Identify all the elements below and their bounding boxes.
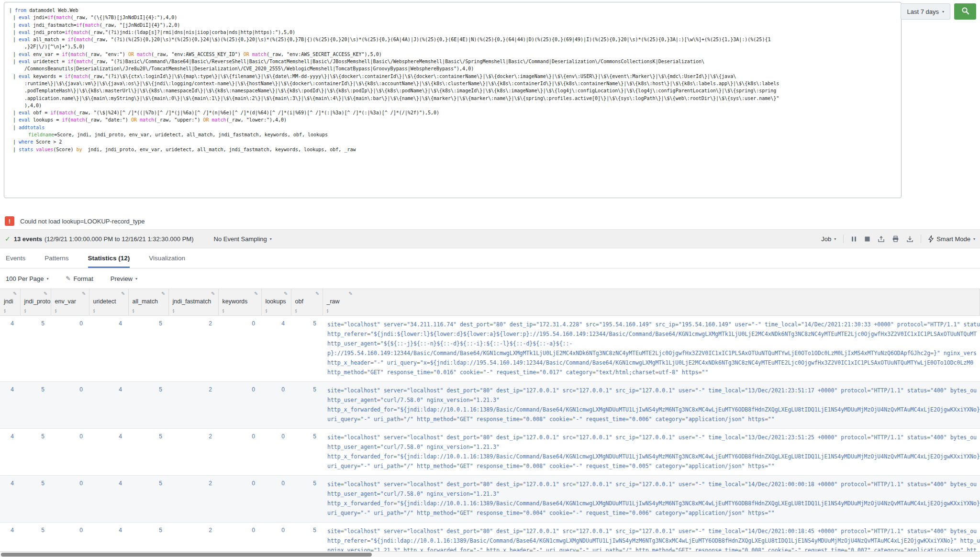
sort-icon[interactable]: ▴▾: [133, 308, 134, 313]
stat-cell[interactable]: 0: [51, 476, 89, 523]
sort-icon[interactable]: ▴▾: [93, 308, 95, 313]
stat-cell[interactable]: 2: [168, 316, 218, 382]
divider: [921, 234, 921, 243]
raw-line: p}://195.54.160.149:12344/Basic/Command/…: [327, 348, 980, 358]
stop-button[interactable]: [864, 236, 870, 242]
column-header-lookups[interactable]: ✎lookups▴▾: [261, 289, 291, 316]
tab-statistics-12[interactable]: Statistics (12): [88, 248, 130, 268]
stat-cell[interactable]: 4: [0, 382, 20, 429]
scrollbar-thumb[interactable]: [1, 553, 372, 557]
sort-icon[interactable]: ▴▾: [4, 308, 5, 313]
sort-icon[interactable]: ▴▾: [55, 308, 56, 313]
stat-cell[interactable]: 2: [168, 476, 218, 523]
stat-cell[interactable]: 5: [291, 316, 323, 382]
format-button[interactable]: ✎ Format: [66, 275, 93, 282]
query-line: ),4,0): [9, 102, 896, 109]
stat-cell[interactable]: 5: [128, 316, 168, 382]
column-header-uridetect[interactable]: ✎uridetect▴▾: [89, 289, 128, 316]
pencil-icon[interactable]: ✎: [254, 291, 258, 296]
share-button[interactable]: [878, 235, 885, 243]
query-line: /CommonsBeanutils|Deserialization\/Jre8u…: [9, 65, 896, 72]
pencil-icon[interactable]: ✎: [349, 291, 353, 296]
column-label: env_var: [55, 298, 89, 305]
stat-cell[interactable]: 5: [20, 382, 51, 429]
stat-cell[interactable]: 0: [218, 429, 261, 476]
stat-cell[interactable]: 4: [89, 316, 128, 382]
stat-cell[interactable]: 0: [261, 429, 291, 476]
column-header-jndi_fastmatch[interactable]: ✎jndi_fastmatch▴▾: [168, 289, 218, 316]
export-icon: [906, 235, 913, 243]
stat-cell[interactable]: 4: [89, 382, 128, 429]
stat-cell[interactable]: 0: [261, 476, 291, 523]
tab-visualization[interactable]: Visualization: [149, 248, 185, 268]
pencil-icon[interactable]: ✎: [82, 291, 86, 296]
search-query-input[interactable]: | from datamodel Web.Web| eval jndi=if(m…: [4, 2, 902, 198]
stat-cell[interactable]: 5: [291, 476, 323, 523]
raw-cell[interactable]: site="localhost" server="localhost" dest…: [323, 476, 980, 523]
event-sampling-dropdown[interactable]: No Event Sampling ▾: [214, 235, 272, 243]
sort-icon[interactable]: ▴▾: [295, 308, 297, 313]
stat-cell[interactable]: 2: [168, 382, 218, 429]
stat-cell[interactable]: 5: [128, 429, 168, 476]
pencil-icon[interactable]: ✎: [211, 291, 215, 296]
search-mode-dropdown[interactable]: Smart Mode ▾: [928, 235, 975, 243]
stat-cell[interactable]: 0: [218, 382, 261, 429]
per-page-dropdown[interactable]: 100 Per Page ▾: [6, 275, 49, 282]
stat-cell[interactable]: 5: [20, 476, 51, 523]
stat-cell[interactable]: 5: [291, 429, 323, 476]
stat-cell[interactable]: 4: [0, 316, 20, 382]
pencil-icon[interactable]: ✎: [315, 291, 319, 296]
stat-cell[interactable]: 4: [0, 476, 20, 523]
stat-cell[interactable]: 4: [261, 316, 291, 382]
column-header-env_var[interactable]: ✎env_var▴▾: [51, 289, 89, 316]
stat-cell[interactable]: 5: [128, 476, 168, 523]
column-header-jndi[interactable]: ✎jndi▴▾: [0, 289, 20, 316]
stat-cell[interactable]: 0: [51, 316, 89, 382]
pencil-icon[interactable]: ✎: [121, 291, 125, 296]
stat-cell[interactable]: 2: [168, 429, 218, 476]
column-header-jndi_proto[interactable]: ✎jndi_proto▴▾: [20, 289, 51, 316]
pencil-icon[interactable]: ✎: [284, 291, 288, 296]
stat-cell[interactable]: 0: [51, 429, 89, 476]
search-button[interactable]: [954, 3, 976, 20]
stat-cell[interactable]: 5: [20, 316, 51, 382]
pencil-icon[interactable]: ✎: [161, 291, 165, 296]
pencil-icon[interactable]: ✎: [44, 291, 47, 296]
stat-cell[interactable]: 5: [128, 382, 168, 429]
raw-line: site="localhost" server="34.211.116.74" …: [327, 320, 980, 329]
column-header-raw[interactable]: ✎_raw▴▾: [323, 289, 980, 316]
horizontal-scrollbar[interactable]: [0, 551, 980, 557]
stat-cell[interactable]: 5: [20, 429, 51, 476]
pencil-icon[interactable]: ✎: [13, 291, 17, 296]
raw-cell[interactable]: site="localhost" server="34.211.116.74" …: [323, 316, 980, 382]
print-button[interactable]: [892, 235, 899, 243]
query-line: | eval uridetect = if(match(_raw, "(?i)B…: [9, 58, 896, 65]
column-header-all_match[interactable]: ✎all_match▴▾: [128, 289, 168, 316]
time-range-picker[interactable]: Last 7 days ▾: [901, 3, 950, 20]
stat-cell[interactable]: 0: [218, 316, 261, 382]
stat-cell[interactable]: 0: [218, 476, 261, 523]
sort-icon[interactable]: ▴▾: [223, 308, 224, 313]
sort-icon[interactable]: ▴▾: [266, 308, 267, 313]
job-menu[interactable]: Job ▾: [821, 235, 836, 243]
stat-cell[interactable]: 4: [89, 476, 128, 523]
stat-cell[interactable]: 0: [261, 382, 291, 429]
raw-cell[interactable]: site="localhost" server="localhost" dest…: [323, 382, 980, 429]
sort-icon[interactable]: ▴▾: [24, 308, 26, 313]
raw-cell[interactable]: site="localhost" server="localhost" dest…: [323, 429, 980, 476]
sort-icon[interactable]: ▴▾: [173, 308, 174, 313]
column-header-obf[interactable]: ✎obf▴▾: [291, 289, 323, 316]
stat-cell[interactable]: 4: [0, 429, 20, 476]
pause-button[interactable]: [851, 236, 857, 242]
chevron-down-icon: ▾: [270, 237, 272, 241]
tab-events[interactable]: Events: [6, 248, 25, 268]
sort-icon[interactable]: ▴▾: [327, 308, 328, 313]
column-header-keywords[interactable]: ✎keywords▴▾: [218, 289, 261, 316]
export-button[interactable]: [906, 235, 913, 243]
tab-patterns[interactable]: Patterns: [45, 248, 68, 268]
column-label: lookups: [266, 298, 291, 305]
stat-cell[interactable]: 4: [89, 429, 128, 476]
preview-dropdown[interactable]: Preview ▾: [111, 275, 137, 282]
stat-cell[interactable]: 0: [51, 382, 89, 429]
stat-cell[interactable]: 5: [291, 382, 323, 429]
